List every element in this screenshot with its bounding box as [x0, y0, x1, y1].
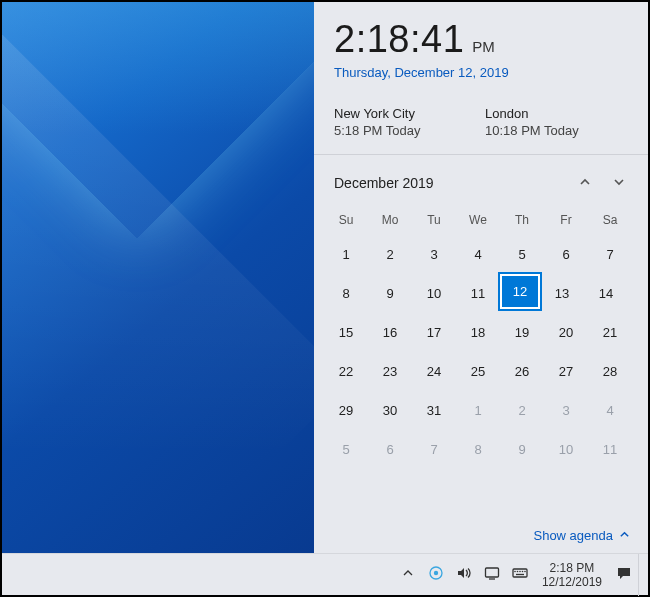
calendar-day[interactable]: 31 — [412, 391, 456, 430]
show-desktop-button[interactable] — [638, 554, 644, 596]
extra-clock: London 10:18 PM Today — [485, 106, 628, 138]
calendar-day-today[interactable]: 12 — [500, 274, 540, 309]
tray-overflow-button[interactable] — [394, 554, 422, 596]
calendar-day[interactable]: 25 — [456, 352, 500, 391]
calendar-day[interactable]: 9 — [500, 430, 544, 469]
desktop-wallpaper — [2, 2, 314, 553]
calendar-day[interactable]: 7 — [588, 235, 632, 274]
chevron-up-icon — [400, 565, 416, 585]
extra-clock-time: 5:18 PM Today — [334, 123, 477, 138]
taskbar-date: 12/12/2019 — [542, 575, 602, 589]
cortana-tray-icon[interactable] — [422, 554, 450, 596]
calendar-day[interactable]: 5 — [500, 235, 544, 274]
clock-calendar-flyout: 2:18:41 PM Thursday, December 12, 2019 N… — [314, 2, 648, 553]
calendar-day[interactable]: 1 — [324, 235, 368, 274]
calendar-day[interactable]: 11 — [588, 430, 632, 469]
calendar-day[interactable]: 10 — [412, 274, 456, 313]
svg-marker-2 — [458, 568, 464, 578]
calendar-day[interactable]: 6 — [368, 430, 412, 469]
calendar-day[interactable]: 19 — [500, 313, 544, 352]
calendar-day[interactable]: 10 — [544, 430, 588, 469]
calendar-day[interactable]: 6 — [544, 235, 588, 274]
calendar-dow: Tu — [412, 205, 456, 235]
cortana-icon — [428, 565, 444, 585]
svg-rect-3 — [485, 568, 498, 577]
calendar-day[interactable]: 2 — [500, 391, 544, 430]
calendar-day[interactable]: 4 — [588, 391, 632, 430]
calendar-day[interactable]: 14 — [584, 274, 628, 313]
volume-tray-icon[interactable] — [450, 554, 478, 596]
calendar-day[interactable]: 4 — [456, 235, 500, 274]
calendar-day[interactable]: 13 — [540, 274, 584, 313]
calendar-day[interactable]: 28 — [588, 352, 632, 391]
extra-clock: New York City 5:18 PM Today — [334, 106, 477, 138]
calendar-day[interactable]: 17 — [412, 313, 456, 352]
calendar-day[interactable]: 15 — [324, 313, 368, 352]
calendar-day[interactable]: 22 — [324, 352, 368, 391]
calendar-dow: We — [456, 205, 500, 235]
calendar-day[interactable]: 3 — [544, 391, 588, 430]
calendar-day[interactable]: 27 — [544, 352, 588, 391]
chevron-up-icon — [619, 528, 630, 543]
calendar-dow: Sa — [588, 205, 632, 235]
clock-time-row: 2:18:41 PM — [334, 18, 628, 61]
taskbar-time: 2:18 PM — [550, 561, 595, 575]
show-agenda-button[interactable]: Show agenda — [533, 528, 630, 543]
network-icon — [484, 565, 500, 585]
calendar-day[interactable]: 7 — [412, 430, 456, 469]
ime-tray-icon[interactable] — [506, 554, 534, 596]
extra-clock-city: London — [485, 106, 628, 121]
calendar-next-button[interactable] — [602, 169, 636, 197]
calendar-dow: Fr — [544, 205, 588, 235]
calendar-day[interactable]: 29 — [324, 391, 368, 430]
calendar-day[interactable]: 5 — [324, 430, 368, 469]
calendar-day[interactable]: 3 — [412, 235, 456, 274]
additional-clocks: New York City 5:18 PM Today London 10:18… — [314, 92, 648, 154]
calendar-day[interactable]: 8 — [456, 430, 500, 469]
extra-clock-time: 10:18 PM Today — [485, 123, 628, 138]
calendar-day[interactable]: 8 — [324, 274, 368, 313]
clock-time: 2:18:41 — [334, 18, 464, 61]
calendar-day[interactable]: 26 — [500, 352, 544, 391]
svg-point-1 — [434, 570, 438, 574]
calendar-day[interactable]: 11 — [456, 274, 500, 313]
taskbar-clock[interactable]: 2:18 PM 12/12/2019 — [534, 554, 610, 596]
calendar-prev-button[interactable] — [568, 169, 602, 197]
calendar-day[interactable]: 21 — [588, 313, 632, 352]
calendar-day[interactable]: 1 — [456, 391, 500, 430]
svg-rect-5 — [513, 569, 527, 577]
calendar-day[interactable]: 16 — [368, 313, 412, 352]
calendar-day[interactable]: 30 — [368, 391, 412, 430]
calendar-dow: Mo — [368, 205, 412, 235]
extra-clock-city: New York City — [334, 106, 477, 121]
calendar-day[interactable]: 9 — [368, 274, 412, 313]
keyboard-icon — [512, 565, 528, 585]
calendar-day[interactable]: 2 — [368, 235, 412, 274]
action-center-button[interactable] — [610, 554, 638, 596]
chevron-up-icon — [579, 176, 591, 191]
chevron-down-icon — [613, 176, 625, 191]
calendar-month-title[interactable]: December 2019 — [334, 175, 434, 191]
clock-date-link[interactable]: Thursday, December 12, 2019 — [334, 65, 628, 80]
calendar-dow: Th — [500, 205, 544, 235]
calendar-day[interactable]: 20 — [544, 313, 588, 352]
calendar-dow: Su — [324, 205, 368, 235]
volume-icon — [456, 565, 472, 585]
calendar-grid: SuMoTuWeThFrSa12345678910111213141516171… — [314, 203, 648, 473]
action-center-icon — [616, 565, 632, 585]
taskbar: 2:18 PM 12/12/2019 — [2, 553, 648, 595]
network-tray-icon[interactable] — [478, 554, 506, 596]
calendar-day[interactable]: 23 — [368, 352, 412, 391]
calendar-day[interactable]: 18 — [456, 313, 500, 352]
clock-ampm: PM — [472, 38, 495, 55]
calendar-day[interactable]: 24 — [412, 352, 456, 391]
show-agenda-label: Show agenda — [533, 528, 613, 543]
